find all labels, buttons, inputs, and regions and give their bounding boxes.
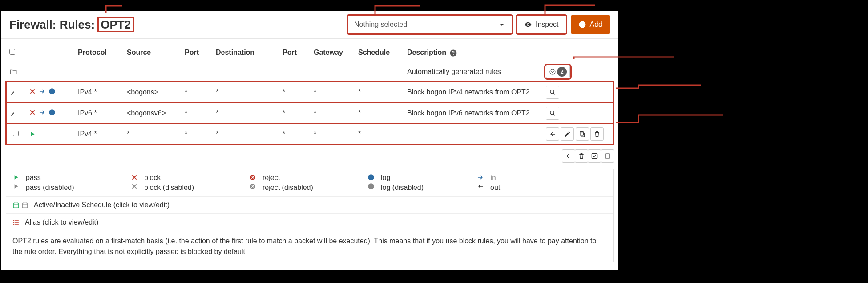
copy-icon: [579, 131, 586, 138]
reject-icon: [249, 174, 256, 181]
direction-in-icon: [39, 88, 46, 95]
table-row: IPv4 * * * * * * *: [6, 123, 614, 144]
wand-icon[interactable]: [9, 110, 16, 117]
rules-body: Protocol Source Port Destination Port Ga…: [1, 39, 618, 270]
cell-description: [404, 123, 542, 144]
pencil-icon: [564, 131, 571, 138]
delete-selected-button[interactable]: [575, 149, 588, 163]
search-icon: [549, 110, 556, 117]
cell-protocol: IPv6 *: [74, 103, 123, 123]
log-disabled-icon: [367, 183, 375, 190]
pass-disabled-icon: [12, 183, 20, 190]
col-destination: Destination: [212, 44, 279, 62]
cell-destination: *: [212, 123, 279, 144]
trash-icon: [578, 152, 585, 160]
legend-note: OPT2 rules are evaluated on a first-matc…: [6, 231, 613, 262]
page-header: Firewall: Rules: OPT2 Nothing selected I…: [1, 11, 618, 39]
edit-rule-button[interactable]: [561, 127, 574, 141]
category-filter-dropdown[interactable]: Nothing selected: [347, 15, 512, 34]
inspect-rule-button[interactable]: [546, 107, 559, 120]
col-schedule: Schedule: [355, 44, 404, 62]
delete-rule-button[interactable]: [590, 127, 604, 141]
check-square-icon: [591, 152, 598, 160]
inspect-button[interactable]: Inspect: [517, 15, 566, 34]
info-icon[interactable]: [48, 88, 56, 95]
info-icon[interactable]: [48, 109, 56, 116]
col-port2: Port: [279, 44, 310, 62]
legend-reject-disabled: reject (disabled): [262, 184, 365, 192]
square-icon: [604, 152, 611, 160]
cell-gateway: *: [310, 82, 355, 103]
cell-port1: *: [181, 123, 212, 144]
table-row: IPv4 * <bogons> * * * * * Block bogon IP…: [6, 82, 614, 103]
cell-protocol: IPv4 *: [74, 123, 123, 144]
move-selected-button[interactable]: [562, 149, 575, 163]
calendar-inactive-icon: [21, 201, 28, 209]
search-icon: [549, 89, 556, 96]
auto-rules-count: 2: [557, 67, 567, 77]
legend-log-disabled: log (disabled): [381, 184, 474, 192]
cell-port2: *: [279, 103, 310, 123]
pass-icon: [12, 174, 20, 181]
page-title-interface: OPT2: [97, 17, 134, 33]
chevron-circle-down-icon: [549, 68, 556, 75]
legend: pass pass (disabled) block block (disabl…: [6, 169, 614, 262]
move-rule-button[interactable]: [546, 127, 559, 141]
reject-disabled-icon: [249, 183, 256, 190]
add-rule-button[interactable]: Add: [571, 15, 610, 34]
disable-selected-button[interactable]: [601, 149, 614, 163]
wand-icon[interactable]: [9, 89, 16, 96]
page-title-prefix: Firewall: Rules:: [9, 18, 95, 32]
clone-rule-button[interactable]: [576, 127, 589, 141]
bulk-actions: [6, 145, 614, 169]
arrow-left-icon: [549, 131, 556, 138]
cell-source: *: [123, 123, 181, 144]
cell-protocol: IPv4 *: [74, 82, 123, 103]
auto-rules-desc: Automatically generated rules: [404, 62, 542, 82]
cell-schedule: *: [355, 103, 404, 123]
cell-gateway: *: [310, 103, 355, 123]
inspect-label: Inspect: [536, 21, 559, 29]
expand-auto-rules[interactable]: 2: [546, 66, 570, 78]
block-icon: [131, 174, 138, 181]
direction-out-icon: [477, 183, 484, 190]
legend-in: in: [490, 174, 526, 182]
legend-alias-text: Alias (click to view/edit): [25, 218, 98, 226]
legend-alias-row: Alias (click to view/edit): [6, 214, 613, 231]
legend-out: out: [490, 184, 526, 192]
legend-schedule-text: Active/Inactive Schedule (click to view/…: [34, 201, 170, 209]
cell-port2: *: [279, 82, 310, 103]
caret-down-icon: [498, 21, 505, 28]
col-gateway: Gateway: [310, 44, 355, 62]
cell-port1: *: [181, 82, 212, 103]
legend-pass: pass: [26, 174, 128, 182]
dropdown-placeholder: Nothing selected: [354, 21, 407, 29]
direction-in-icon: [39, 109, 46, 116]
cell-schedule: *: [355, 123, 404, 144]
calendar-active-icon: [12, 201, 20, 209]
arrow-left-icon: [565, 152, 572, 160]
table-row: IPv6 * <bogonsv6> * * * * * Block bogon …: [6, 103, 614, 123]
cell-description: Block bogon IPv4 networks from OPT2: [404, 82, 542, 103]
col-port1: Port: [181, 44, 212, 62]
trash-icon: [593, 131, 601, 138]
plus-circle-icon: [578, 21, 586, 29]
list-icon: [12, 219, 20, 226]
folder-icon: [9, 68, 17, 76]
cell-source: <bogons>: [123, 82, 181, 103]
help-icon[interactable]: [449, 49, 457, 57]
auto-rules-row: Automatically generated rules 2: [6, 62, 614, 82]
legend-log: log: [381, 174, 474, 182]
enable-selected-button[interactable]: [588, 149, 601, 163]
inspect-rule-button[interactable]: [546, 86, 559, 99]
pass-icon: [29, 131, 36, 138]
select-all-checkbox[interactable]: [9, 49, 15, 55]
col-source: Source: [123, 44, 181, 62]
legend-pass-disabled: pass (disabled): [26, 184, 128, 192]
legend-schedule-row: Active/Inactive Schedule (click to view/…: [6, 197, 613, 214]
firewall-rules-panel: Firewall: Rules: OPT2 Nothing selected I…: [1, 11, 618, 270]
cell-source: <bogonsv6>: [123, 103, 181, 123]
row-checkbox[interactable]: [13, 131, 19, 136]
legend-block-disabled: block (disabled): [144, 184, 246, 192]
cell-description: Block bogon IPv6 networks from OPT2: [404, 103, 542, 123]
